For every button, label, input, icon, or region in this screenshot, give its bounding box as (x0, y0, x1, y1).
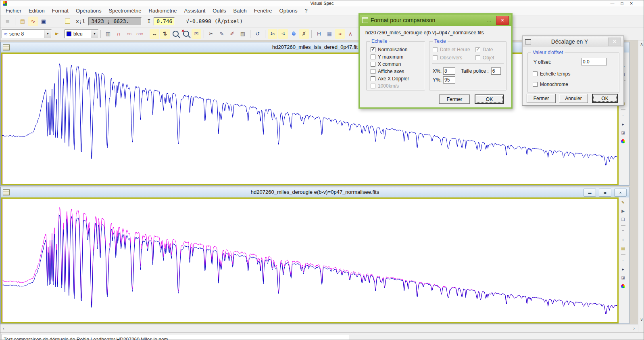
color-select[interactable]: bleu ▼ (65, 29, 98, 38)
checkbox-box[interactable] (371, 76, 375, 81)
font-size-input[interactable] (491, 67, 501, 75)
dialog-close-button[interactable]: ✕ (496, 16, 509, 25)
shift-y-icon[interactable]: ⇅ (160, 29, 170, 39)
series-select[interactable]: ≋ serie 8 ▼ (2, 29, 52, 38)
h-lines-icon[interactable]: H (314, 29, 324, 39)
xy-checkbox[interactable] (65, 19, 70, 24)
menu-item-fen-tre[interactable]: Fenêtre (250, 7, 276, 15)
draw-pen-icon[interactable]: ✎ (217, 29, 227, 39)
clean-icon[interactable]: ✗ (299, 29, 309, 39)
menu-item-item[interactable]: ? (301, 7, 311, 15)
checkbox-box[interactable] (371, 47, 375, 52)
zoom-off-icon[interactable] (181, 29, 191, 39)
ok-button[interactable]: OK (475, 94, 504, 104)
menu-item-edition[interactable]: Edition (25, 7, 48, 15)
dot-icon[interactable]: · (621, 113, 626, 118)
fermer-button[interactable]: Fermer (439, 94, 470, 104)
scroll-up-icon[interactable]: ∧ (640, 42, 643, 46)
minimize-button[interactable]: — (611, 0, 615, 6)
ok-button[interactable]: OK (592, 94, 618, 103)
x-percent-input[interactable] (443, 67, 455, 75)
maximize-button[interactable]: □ (621, 0, 623, 6)
horizontal-scrollbar[interactable]: ‹ › (0, 324, 638, 332)
series-dropdown-arrow[interactable]: ▼ (44, 30, 51, 38)
dialog-close-button[interactable]: ✕ (608, 38, 621, 46)
expand-icon[interactable]: ▸ (621, 267, 626, 272)
menu-item-fichier[interactable]: Fichier (2, 7, 25, 15)
format-dialog-titlebar[interactable]: Format pour comparaison ... ✕ (360, 15, 511, 26)
open-profile-icon[interactable]: ▤ (18, 17, 27, 26)
screen-display-icon[interactable]: ▥ (103, 29, 113, 39)
checkbox-normalisation[interactable]: Normalisation (371, 46, 409, 53)
superpose-1-icon[interactable]: ∩ (114, 29, 123, 39)
superpose-3-icon[interactable]: ∩∩∩ (135, 29, 144, 39)
dot-icon[interactable]: · (621, 258, 626, 263)
checkbox-x-commun[interactable]: X commun (371, 61, 409, 67)
scroll-down-icon[interactable]: ∨ (640, 317, 643, 322)
cut-profile-icon[interactable]: ✂ (206, 29, 216, 39)
annuler-button[interactable]: Annuler (559, 94, 588, 103)
menu-item-outils[interactable]: Outils (209, 7, 229, 15)
window-close-button[interactable]: ✕ (614, 189, 627, 197)
zoom-in-icon[interactable] (171, 29, 180, 39)
palette-icon[interactable] (621, 283, 626, 289)
fermer-button[interactable]: Fermer (527, 94, 556, 103)
plot-area-bottom[interactable] (1, 197, 619, 323)
ruler-icon[interactable]: ▤ (621, 246, 626, 251)
menu-item-batch[interactable]: Batch (230, 7, 250, 15)
annotate-icon[interactable]: ✉ (192, 29, 201, 39)
edit-display-icon[interactable]: ∿ (28, 17, 38, 26)
checkbox-box[interactable] (371, 55, 375, 59)
fit-x-icon[interactable]: ↔ (150, 29, 159, 39)
menu-item-spectrom-trie[interactable]: Spectrométrie (105, 7, 145, 15)
gaussian-icon[interactable]: ∧ (346, 29, 355, 39)
menu-item-radiom-trie[interactable]: Radiométrie (145, 7, 180, 15)
water-drop-icon[interactable] (289, 29, 298, 39)
y-percent-input[interactable] (443, 76, 455, 84)
save-profile-icon[interactable]: ▣ (39, 17, 48, 26)
checkbox-box[interactable] (371, 62, 375, 67)
vertical-scrollbar[interactable]: ∧ ∨ (638, 40, 644, 332)
list-1-icon[interactable]: ≡1 (278, 29, 288, 39)
menu-item-assistant[interactable]: Assistant (181, 7, 209, 15)
window-minimize-button[interactable]: ▬ (584, 189, 596, 197)
intensity-field[interactable]: 0.746 (154, 17, 175, 25)
dialog-more-button[interactable]: ... (482, 17, 496, 23)
xy-range-field[interactable]: 3423 ; 6623. (88, 17, 142, 25)
checkbox-axe-x-doppler[interactable]: Axe X Doppler (371, 76, 409, 82)
y-offset-input[interactable] (581, 58, 607, 65)
checkbox-box[interactable] (533, 82, 538, 87)
checkbox-box[interactable] (533, 71, 538, 76)
checkbox-affiche-axes[interactable]: Affiche axes (371, 68, 409, 75)
edit-pencil-icon[interactable]: ✎ (621, 200, 626, 205)
properties-icon[interactable]: ≣ (3, 17, 13, 26)
eraser-icon[interactable]: ◪ (621, 130, 626, 135)
equal-icon[interactable]: = (621, 229, 626, 234)
palette-icon[interactable] (621, 139, 626, 144)
continuum-icon[interactable]: ≈ (335, 29, 345, 39)
elements-table-icon[interactable]: ▦ (325, 29, 334, 39)
normalize-1-icon[interactable]: 1∿ (268, 29, 277, 39)
window-restore-button[interactable]: ▣ (599, 189, 611, 197)
menu-item-options[interactable]: Options (276, 7, 301, 15)
select-arrow-icon[interactable]: ▶ (621, 208, 626, 214)
checkbox-box[interactable] (371, 69, 375, 74)
checkbox-monochrome[interactable]: Monochrome (533, 81, 568, 88)
menu-item-op-rations[interactable]: Opérations (72, 7, 105, 15)
superpose-2-icon[interactable]: ∩∩ (124, 29, 134, 39)
offset-dialog-titlebar[interactable]: Décalage en Y ✕ (523, 36, 623, 47)
checkbox-y-maximum[interactable]: Y maximum (371, 54, 409, 60)
pick-pen-icon[interactable]: ✐ (227, 29, 237, 39)
close-button[interactable]: ✕ (630, 0, 633, 6)
brush-icon[interactable]: ▨ (238, 29, 248, 39)
crosshair-icon[interactable]: + (621, 237, 626, 243)
copy-icon[interactable]: ❏ (621, 217, 626, 222)
checkbox-echelle-temps[interactable]: Echelle temps (533, 71, 570, 77)
spectrum-window-bottom-titlebar[interactable]: hd207260_miles_derougie e(b-v)=0p47_norm… (1, 187, 629, 198)
color-dropdown-arrow[interactable]: ▼ (91, 30, 98, 38)
pointer-hand-icon[interactable]: ☛ (52, 29, 62, 39)
scroll-right-icon[interactable]: › (633, 326, 635, 331)
eraser-icon[interactable]: ◪ (621, 275, 626, 280)
scroll-left-icon[interactable]: ‹ (3, 326, 4, 331)
wavelength-cursor-line[interactable] (503, 200, 503, 321)
